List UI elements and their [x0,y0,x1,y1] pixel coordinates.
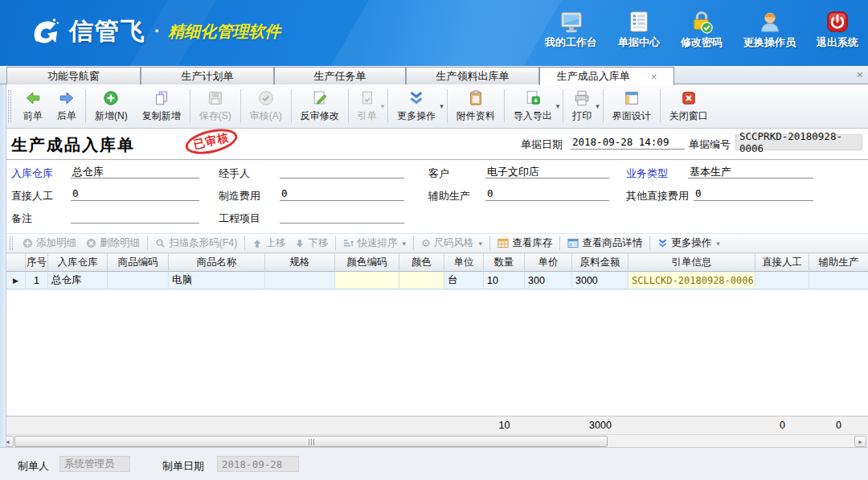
cell-direct-labor[interactable] [755,272,809,289]
cell-unit[interactable]: 台 [444,272,484,289]
col-header-spec[interactable]: 规格 [265,253,335,272]
other-cost-field[interactable]: 0 [694,187,813,201]
project-field[interactable] [280,209,404,224]
print-dropdown-icon[interactable]: ▾ [596,102,600,110]
toolbar-separator [190,89,190,123]
view-stock-button[interactable]: 查看库存 [493,235,557,252]
add-circle-icon [23,238,33,248]
pull-doc-button[interactable]: 引单 [350,87,384,125]
detail-more-operations-button[interactable]: 更多操作 ▾ [653,235,725,252]
col-header-material-amount[interactable]: 原料金额 [572,253,628,272]
toolbar-grip[interactable] [8,90,11,122]
import-export-button[interactable]: 导入导出 [506,87,559,125]
gear-icon: ⚙ [421,238,431,248]
tab-finished-in-active[interactable]: 生产成品入库单 × [539,67,674,85]
col-header-color[interactable]: 颜色 [399,253,444,272]
doc-no-label: 单据编号 [689,137,731,152]
col-header-ref-info[interactable]: 引单信息 [628,253,755,272]
nav-switch-operator[interactable]: 更换操作员 [743,10,796,50]
detailbar-grip[interactable] [10,236,13,250]
col-header-warehouse[interactable]: 入库仓库 [48,253,108,272]
add-detail-button[interactable]: 添加明细 [18,235,81,252]
next-doc-button[interactable]: 后单 [50,87,84,125]
nav-change-password[interactable]: 修改密码 [681,10,723,50]
view-product-detail-button[interactable]: 查看商品详情 [563,235,647,252]
warehouse-label: 入库仓库 [11,166,53,181]
direct-labor-field[interactable]: 0 [71,187,199,201]
nav-doc-center[interactable]: 单据中心 [618,10,660,50]
attachment-button[interactable]: 附件资料 [449,87,502,125]
tab-nav-window[interactable]: 功能导航窗 [6,67,141,84]
tab-production-plan[interactable]: 生产计划单 [141,67,274,84]
top-banner: 信管飞 · 精细化管理软件 我的工作台 [0,0,868,66]
manufacture-cost-field[interactable]: 0 [280,187,404,201]
tab-production-task[interactable]: 生产任务单 [274,67,406,84]
button-label: 引单 [358,109,377,123]
tab-close-icon[interactable]: × [651,72,657,82]
col-header-unit[interactable]: 单位 [444,253,484,272]
customer-field[interactable]: 电子文印店 [485,164,609,178]
print-button[interactable]: 打印 [565,87,599,125]
col-header-color-code[interactable]: 颜色编码 [335,253,399,272]
cell-qty[interactable]: 10 [484,272,525,289]
horizontal-scrollbar[interactable]: ◂ ▸ [0,434,868,447]
col-header-product-name[interactable]: 商品名称 [169,253,265,272]
cell-price[interactable]: 300 [525,272,572,289]
pull-doc-dropdown-icon[interactable]: ▾ [381,102,385,110]
biz-type-field[interactable]: 基本生产 [688,164,813,178]
audit-button[interactable]: 审核(A) [243,87,289,125]
scan-barcode-button[interactable]: 扫描条形码(F4) [150,235,242,252]
ui-design-button[interactable]: 界面设计 [605,87,658,125]
cell-aux-production[interactable] [809,272,868,289]
button-label: 关闭窗口 [669,109,708,123]
quick-sort-button[interactable]: 快速排序 ▾ [338,235,411,252]
col-header-product-code[interactable]: 商品编码 [108,253,169,272]
tab-material-out[interactable]: 生产领料出库单 [406,67,539,84]
cell-product-name[interactable]: 电脑 [169,272,265,289]
monitor-icon [559,10,583,34]
prev-doc-button[interactable]: 前单 [16,87,50,125]
cell-product-code[interactable] [108,272,169,289]
col-header-aux-production[interactable]: 辅助生产 [809,253,868,272]
grid-header-row: 序号 入库仓库 商品编码 商品名称 规格 颜色编码 颜色 单位 数量 单价 原料… [6,253,868,272]
add-new-button[interactable]: 新增(N) [88,87,135,125]
col-header-price[interactable]: 单价 [525,253,572,272]
move-up-button[interactable]: 上移 [248,235,290,252]
delete-circle-icon [86,238,96,248]
button-label: 更多操作 [671,236,711,250]
delete-detail-button[interactable]: 删除明细 [81,235,145,252]
stock-grid-icon [497,238,509,248]
title-divider [0,159,868,160]
cell-color[interactable] [399,272,444,289]
nav-my-workbench[interactable]: 我的工作台 [545,10,597,50]
remark-field[interactable] [71,209,199,224]
col-header-seq[interactable]: 序号 [26,253,48,272]
tabstrip-close-icon[interactable]: × [857,68,863,81]
import-export-dropdown-icon[interactable]: ▾ [556,102,560,110]
more-operations-button[interactable]: 更多操作 [390,87,443,125]
save-button[interactable]: 保存(S) [192,87,239,125]
cell-material-amount[interactable]: 3000 [572,272,628,289]
cell-ref-info[interactable]: SCLLCKD-20180928-0006 [628,272,755,289]
aux-production-field[interactable]: 0 [485,187,609,201]
scroll-right-button[interactable]: ▸ [854,436,866,447]
cell-color-code[interactable] [335,272,399,289]
scrollbar-thumb[interactable] [14,436,608,447]
col-header-qty[interactable]: 数量 [484,253,525,272]
unaudit-edit-button[interactable]: 反审修改 [293,87,346,125]
more-operations-dropdown-icon[interactable]: ▾ [440,102,444,110]
cell-spec[interactable] [265,272,335,289]
doc-date-field[interactable]: 2018-09-28 14:09 [571,135,685,150]
col-header-direct-labor[interactable]: 直接人工 [755,253,809,272]
cell-warehouse[interactable]: 总仓库 [48,272,108,289]
nav-label: 退出系统 [817,35,858,50]
move-down-button[interactable]: 下移 [290,235,333,252]
nav-exit-system[interactable]: 退出系统 [817,10,858,50]
size-style-button[interactable]: ⚙ 尺码风格 ▾ [416,235,487,252]
maker-label: 制单人 [18,459,49,474]
cell-seq[interactable]: 1 [26,272,48,289]
warehouse-field[interactable]: 总仓库 [71,164,199,178]
handler-field[interactable] [280,164,404,178]
close-window-button[interactable]: 关闭窗口 [662,87,715,125]
copy-add-button[interactable]: 复制新增 [135,87,188,125]
